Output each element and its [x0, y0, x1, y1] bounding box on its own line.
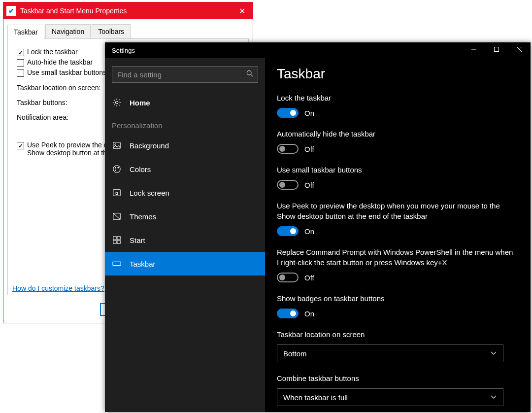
- search-wrap: [112, 66, 258, 83]
- nav-section-label: Personalization: [105, 114, 265, 134]
- setting-label: Use Peek to preview the desktop when you…: [277, 201, 513, 221]
- nav-colors[interactable]: Colors: [105, 157, 265, 181]
- dropdown-value: Bottom: [283, 349, 307, 358]
- svg-point-6: [115, 101, 118, 103]
- settings-window: Settings Home Personalization Backgr: [105, 42, 531, 412]
- toggle-state: Off: [304, 145, 314, 153]
- taskbar-icon: [112, 259, 122, 268]
- settings-body: Home Personalization Background Colors L…: [105, 58, 531, 412]
- svg-rect-13: [113, 190, 120, 196]
- close-button[interactable]: [508, 42, 531, 58]
- chevron-down-icon: [490, 349, 497, 358]
- nav-background[interactable]: Background: [105, 134, 265, 157]
- setting-combine: Combine taskbar buttons When taskbar is …: [277, 373, 519, 406]
- setting-label: Combine taskbar buttons: [277, 373, 513, 383]
- legacy-titlebar[interactable]: ✔ Taskbar and Start Menu Properties ✕: [3, 2, 253, 19]
- checkbox-icon[interactable]: [17, 69, 24, 77]
- svg-rect-14: [116, 192, 118, 195]
- peek-line2: Show desktop button at th: [27, 149, 111, 157]
- tab-taskbar[interactable]: Taskbar: [7, 25, 44, 39]
- nav-lockscreen[interactable]: Lock screen: [105, 181, 265, 205]
- svg-rect-20: [113, 262, 121, 265]
- legacy-tabs: Taskbar Navigation Toolbars: [7, 24, 249, 39]
- legacy-window-icon: ✔: [6, 6, 16, 16]
- setting-autohide: Automatically hide the taskbar Off: [277, 129, 519, 154]
- toggle-autohide[interactable]: [277, 144, 299, 154]
- dropdown-location[interactable]: Bottom: [277, 344, 503, 362]
- nav-label: Taskbar: [130, 260, 156, 268]
- lockscreen-icon: [112, 188, 122, 197]
- svg-rect-18: [113, 241, 116, 243]
- setting-label: Automatically hide the taskbar: [277, 129, 513, 139]
- svg-point-12: [115, 170, 116, 171]
- close-icon[interactable]: ✕: [231, 6, 253, 16]
- legacy-window-title: Taskbar and Start Menu Properties: [20, 7, 231, 15]
- maximize-button[interactable]: [485, 42, 508, 58]
- svg-rect-17: [117, 237, 120, 240]
- sidebar: Home Personalization Background Colors L…: [105, 58, 265, 412]
- page-title: Taskbar: [277, 66, 519, 82]
- check-label: Auto-hide the taskbar: [27, 58, 93, 66]
- nav-label: Start: [130, 236, 145, 244]
- chevron-down-icon: [490, 393, 497, 402]
- nav-start[interactable]: Start: [105, 228, 265, 252]
- setting-label: Lock the taskbar: [277, 93, 513, 103]
- tab-toolbars[interactable]: Toolbars: [92, 24, 131, 38]
- help-link[interactable]: How do I customize taskbars?: [12, 284, 104, 292]
- start-icon: [112, 236, 122, 244]
- setting-label: Use small taskbar buttons: [277, 165, 513, 175]
- image-icon: [112, 141, 122, 150]
- setting-lock-taskbar: Lock the taskbar On: [277, 93, 519, 118]
- toggle-state: Off: [304, 274, 314, 282]
- settings-titlebar[interactable]: Settings: [105, 42, 531, 58]
- toggle-lock[interactable]: [277, 108, 299, 118]
- setting-label: Taskbar location on screen: [277, 329, 513, 340]
- search-icon: [246, 70, 253, 78]
- setting-powershell: Replace Command Prompt with Windows Powe…: [277, 247, 519, 282]
- svg-rect-16: [113, 237, 116, 240]
- nav-label: Colors: [130, 165, 151, 173]
- nav-label: Lock screen: [130, 189, 169, 197]
- toggle-peek[interactable]: [277, 226, 299, 236]
- svg-point-8: [115, 144, 116, 145]
- palette-icon: [112, 165, 122, 173]
- themes-icon: [112, 212, 122, 221]
- settings-title: Settings: [112, 47, 463, 54]
- toggle-badges[interactable]: [277, 309, 299, 318]
- nav-taskbar[interactable]: Taskbar: [105, 252, 265, 275]
- search-input[interactable]: [112, 66, 258, 83]
- check-label: Lock the taskbar: [27, 48, 78, 56]
- svg-line-5: [251, 74, 253, 76]
- svg-rect-7: [113, 142, 120, 149]
- setting-location: Taskbar location on screen Bottom: [277, 329, 519, 362]
- minimize-button[interactable]: [463, 42, 485, 58]
- check-label: Use small taskbar buttons: [27, 69, 106, 76]
- toggle-state: On: [304, 310, 314, 318]
- checkbox-icon[interactable]: [17, 49, 24, 56]
- setting-label: Replace Command Prompt with Windows Powe…: [277, 247, 513, 268]
- check-label-multiline: Use Peek to preview the de Show desktop …: [27, 141, 111, 157]
- toggle-powershell[interactable]: [277, 273, 299, 282]
- setting-peek: Use Peek to preview the desktop when you…: [277, 201, 519, 236]
- svg-rect-1: [495, 47, 499, 52]
- nav-label: Background: [130, 141, 169, 150]
- setting-badges: Show badges on taskbar buttons On: [277, 293, 519, 318]
- dropdown-combine[interactable]: When taskbar is full: [277, 388, 503, 406]
- toggle-state: On: [304, 109, 314, 117]
- svg-rect-19: [117, 241, 120, 243]
- toggle-state: Off: [304, 181, 314, 189]
- tab-navigation[interactable]: Navigation: [45, 24, 91, 38]
- setting-small-buttons: Use small taskbar buttons Off: [277, 165, 519, 190]
- nav-themes[interactable]: Themes: [105, 205, 265, 228]
- checkbox-icon[interactable]: [17, 59, 24, 67]
- nav-label: Home: [130, 99, 150, 107]
- svg-point-10: [115, 167, 116, 168]
- svg-point-11: [118, 167, 119, 168]
- checkbox-icon[interactable]: [17, 142, 24, 149]
- toggle-small[interactable]: [277, 180, 299, 190]
- toggle-state: On: [304, 227, 314, 236]
- svg-point-9: [113, 166, 120, 172]
- dropdown-value: When taskbar is full: [283, 393, 348, 402]
- nav-home[interactable]: Home: [105, 91, 265, 114]
- peek-line1: Use Peek to preview the de: [27, 141, 111, 149]
